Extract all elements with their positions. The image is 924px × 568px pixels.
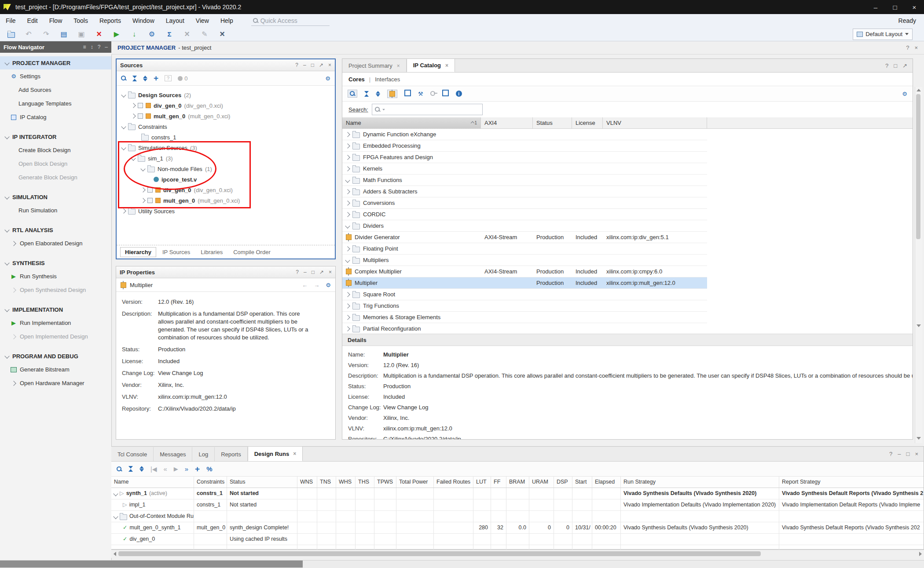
minimize-panel-icon[interactable]: –: [304, 269, 307, 275]
scroll-right-icon[interactable]: [919, 552, 922, 556]
tree-row[interactable]: ipcore_test.v: [117, 174, 335, 185]
catalog-row[interactable]: Kernels: [342, 163, 707, 175]
percent-icon[interactable]: %: [206, 465, 212, 473]
quick-access-search[interactable]: Quick Access: [251, 16, 330, 26]
minimize-panel-icon[interactable]: –: [898, 451, 901, 457]
chevron-right-icon[interactable]: [345, 189, 350, 194]
nav-section-project-manager[interactable]: PROJECT MANAGER: [0, 56, 111, 69]
catalog-row[interactable]: Conversions: [342, 197, 707, 209]
chevron-right-icon[interactable]: [345, 212, 350, 217]
catalog-row[interactable]: Multipliers: [342, 255, 707, 266]
tree-row[interactable]: Utility Sources: [117, 206, 335, 216]
chevron-down-icon[interactable]: [345, 258, 350, 262]
subtab-interfaces[interactable]: Interfaces: [375, 76, 400, 83]
chevron-down-icon[interactable]: [4, 227, 9, 232]
chevron-down-icon[interactable]: [4, 60, 9, 65]
back-arrow-icon[interactable]: ←: [302, 282, 308, 288]
column-header-license[interactable]: License: [572, 117, 603, 128]
scrollbar-thumb[interactable]: [118, 551, 761, 556]
tab-log[interactable]: Log: [192, 447, 215, 461]
close-icon[interactable]: ×: [914, 44, 918, 51]
menu-reports[interactable]: Reports: [94, 14, 127, 27]
catalog-row[interactable]: Math Functions: [342, 175, 707, 186]
chevron-right-icon[interactable]: [140, 187, 145, 192]
step-icon[interactable]: [129, 29, 139, 39]
tab-reports[interactable]: Reports: [215, 447, 248, 461]
next-runs-icon[interactable]: »: [185, 465, 188, 473]
collapse-all-icon[interactable]: ≡: [83, 44, 86, 50]
close-icon[interactable]: ×: [445, 62, 448, 69]
undo-icon[interactable]: [24, 29, 33, 39]
maximize-panel-icon[interactable]: □: [906, 451, 910, 457]
scroll-up-icon[interactable]: [917, 89, 921, 91]
add-sources-icon[interactable]: +: [154, 73, 158, 83]
column-header-status[interactable]: Status: [533, 117, 572, 128]
nav-item-create-block-design[interactable]: Create Block Design: [0, 143, 111, 157]
chevron-right-icon[interactable]: [345, 200, 350, 205]
chevron-right-icon[interactable]: [11, 382, 17, 385]
float-panel-icon[interactable]: ↗: [319, 269, 324, 275]
scroll-down-icon[interactable]: [917, 324, 921, 327]
help-icon[interactable]: ?: [98, 44, 101, 50]
nav-item-add-sources[interactable]: Add Sources: [0, 83, 111, 97]
chevron-down-icon[interactable]: [4, 194, 9, 199]
maximize-panel-icon[interactable]: □: [311, 62, 314, 68]
close-icon[interactable]: ×: [293, 451, 296, 457]
catalog-row[interactable]: Square Root: [342, 289, 707, 300]
settings-icon[interactable]: [147, 29, 157, 39]
chevron-right-icon[interactable]: [345, 246, 350, 251]
column-header-name[interactable]: Name 1: [342, 117, 481, 128]
tree-row[interactable]: Non-module Files(1): [117, 164, 335, 174]
forward-arrow-icon[interactable]: →: [314, 282, 319, 288]
delete-icon[interactable]: [94, 29, 104, 39]
chevron-down-icon[interactable]: [131, 156, 136, 160]
chevron-down-icon[interactable]: [140, 166, 145, 171]
nav-section-program-and-debug[interactable]: PROGRAM AND DEBUG: [0, 350, 111, 363]
chevron-down-icon[interactable]: [345, 223, 350, 228]
menu-tools[interactable]: Tools: [68, 14, 94, 27]
search-icon[interactable]: [117, 466, 122, 472]
chevron-down-icon[interactable]: [4, 134, 9, 139]
tree-row[interactable]: Constraints: [117, 121, 335, 132]
catalog-row[interactable]: Memories & Storage Elements: [342, 312, 707, 323]
tree-row[interactable]: constrs_1: [117, 132, 335, 142]
tab-ip-catalog[interactable]: IP Catalog×: [407, 58, 455, 72]
chevron-right-icon[interactable]: [345, 292, 350, 297]
tree-row[interactable]: div_gen_0(div_gen_0.xci): [117, 185, 335, 195]
maximize-panel-icon[interactable]: □: [312, 269, 315, 275]
menu-layout[interactable]: Layout: [160, 14, 190, 27]
menu-file[interactable]: File: [0, 14, 22, 27]
run-row-div-gen[interactable]: ✓div_gen_0 Using cached IP results: [111, 534, 924, 545]
nav-section-rtl-analysis[interactable]: RTL ANALYSIS: [0, 223, 111, 237]
nav-section-synthesis[interactable]: SYNTHESIS: [0, 256, 111, 269]
tab-messages[interactable]: Messages: [154, 447, 192, 461]
chip-icon[interactable]: [442, 90, 449, 98]
catalog-row-multiplier-selected[interactable]: Multiplier Production Included xilinx.co…: [342, 277, 707, 289]
chevron-right-icon[interactable]: [131, 113, 136, 118]
nav-item-run-implementation[interactable]: Run Implementation: [0, 316, 111, 330]
gear-icon[interactable]: [325, 75, 330, 82]
run-icon[interactable]: [112, 29, 121, 39]
tree-row[interactable]: mult_gen_0(mult_gen_0.xci): [117, 111, 335, 121]
chevron-down-icon[interactable]: [113, 514, 118, 519]
minimize-panel-icon[interactable]: –: [105, 44, 108, 50]
catalog-row-complex-multiplier[interactable]: Complex Multiplier AXI4-Stream Productio…: [342, 266, 707, 277]
expand-all-icon[interactable]: [143, 76, 147, 81]
close-panel-icon[interactable]: ×: [915, 451, 918, 457]
tree-row[interactable]: Design Sources(2): [117, 90, 335, 100]
chevron-right-icon[interactable]: [131, 103, 136, 108]
wrench-icon[interactable]: [418, 91, 423, 97]
chevron-right-icon[interactable]: [345, 315, 350, 320]
maximize-button[interactable]: □: [885, 0, 905, 14]
tree-row[interactable]: div_gen_0(div_gen_0.xci): [117, 100, 335, 111]
cancel-icon[interactable]: [217, 29, 227, 39]
open-project-icon[interactable]: [6, 29, 16, 39]
chevron-down-icon[interactable]: [113, 491, 118, 496]
scrollbar-thumb[interactable]: [916, 94, 920, 239]
collapse-all-icon[interactable]: [128, 466, 133, 472]
tab-ip-sources[interactable]: IP Sources: [158, 248, 194, 257]
menu-flow[interactable]: Flow: [44, 14, 68, 27]
minimize-button[interactable]: –: [866, 0, 885, 14]
run-row-mult-gen-synth[interactable]: ✓mult_gen_0_synth_1 mult_gen_0 synth_des…: [111, 522, 924, 534]
chevron-down-icon[interactable]: [4, 353, 9, 358]
